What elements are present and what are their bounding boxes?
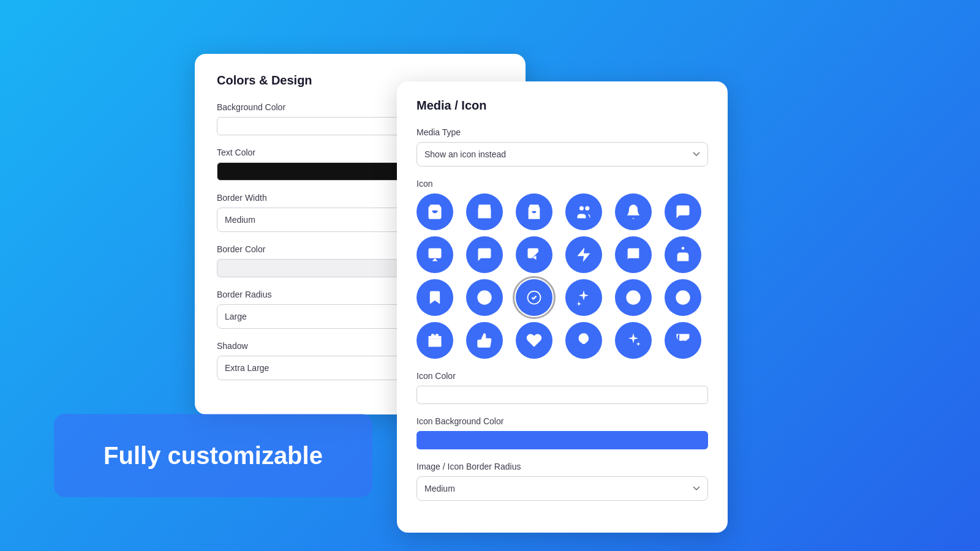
icon-book[interactable] <box>615 236 652 273</box>
media-type-select[interactable]: Show an icon instead Show an image None <box>417 142 708 167</box>
svg-rect-2 <box>429 249 442 258</box>
svg-point-3 <box>481 254 482 255</box>
svg-point-13 <box>680 296 681 297</box>
icon-bg-color-swatch[interactable] <box>417 431 708 449</box>
icon-gift[interactable] <box>417 322 453 359</box>
icon-check-circle-selected[interactable] <box>516 279 552 316</box>
icon-border-radius-select[interactable]: Medium Small Large Extra Large <box>417 476 708 501</box>
svg-point-4 <box>484 254 485 255</box>
icon-message-square[interactable] <box>417 236 453 273</box>
svg-point-9 <box>626 290 640 304</box>
icon-lightbulb[interactable] <box>565 322 602 359</box>
media-card-title: Media / Icon <box>417 99 708 113</box>
icon-trophy[interactable] <box>665 322 701 359</box>
svg-point-12 <box>676 290 690 304</box>
icon-thumbs-up[interactable] <box>466 322 503 359</box>
icon-smiley[interactable] <box>615 279 652 316</box>
icon-store[interactable] <box>466 193 503 230</box>
promo-text: Fully customizable <box>104 442 323 470</box>
icon-heart[interactable] <box>516 322 552 359</box>
icon-field: Icon <box>417 179 708 359</box>
icon-color-label: Icon Color <box>417 371 708 381</box>
icon-bookmark[interactable] <box>417 279 453 316</box>
icon-sad[interactable] <box>665 279 701 316</box>
icon-color-field: Icon Color <box>417 371 708 404</box>
media-type-field: Media Type Show an icon instead Show an … <box>417 127 708 167</box>
icon-chat-bubble[interactable] <box>665 193 701 230</box>
icon-grid <box>417 193 708 359</box>
promo-box: Fully customizable <box>54 414 372 497</box>
icon-cake[interactable] <box>665 236 701 273</box>
svg-point-11 <box>635 296 636 297</box>
svg-point-10 <box>630 296 631 297</box>
svg-point-1 <box>585 206 589 211</box>
media-icon-card: Media / Icon Media Type Show an icon ins… <box>397 81 728 533</box>
icon-color-swatch[interactable] <box>417 386 708 404</box>
icon-bg-color-field: Icon Background Color <box>417 416 708 449</box>
icon-message-dots[interactable] <box>466 236 503 273</box>
icon-bg-color-label: Icon Background Color <box>417 416 708 426</box>
icon-cart[interactable] <box>417 193 453 230</box>
svg-point-0 <box>579 206 584 211</box>
icon-bell[interactable] <box>615 193 652 230</box>
icon-label: Icon <box>417 179 708 189</box>
svg-point-5 <box>487 254 488 255</box>
icon-shopping-bag[interactable] <box>516 193 552 230</box>
icon-check-circle[interactable] <box>466 279 503 316</box>
svg-rect-15 <box>429 339 442 347</box>
icon-border-radius-label: Image / Icon Border Radius <box>417 462 708 471</box>
icon-sparkles[interactable] <box>565 279 602 316</box>
icon-lightning[interactable] <box>565 236 602 273</box>
media-type-label: Media Type <box>417 127 708 137</box>
svg-point-14 <box>684 296 685 297</box>
icon-border-radius-field: Image / Icon Border Radius Medium Small … <box>417 462 708 501</box>
icon-reply[interactable] <box>516 236 552 273</box>
icon-people[interactable] <box>565 193 602 230</box>
icon-stars[interactable] <box>615 322 652 359</box>
